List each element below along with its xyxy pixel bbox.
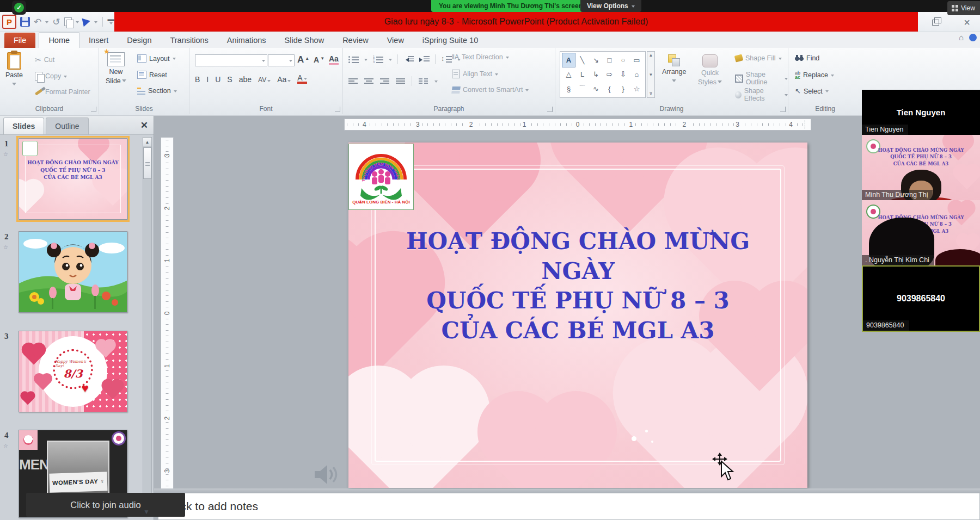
slide-canvas[interactable]: HOẠT ĐỘNG CHÀO MỪNG NGÀY QUỐC TẾ PHỤ NỮ … — [348, 143, 807, 488]
shape-elbow-arrow-icon[interactable]: ↳ — [589, 67, 603, 81]
character-spacing-button[interactable]: AV — [258, 76, 271, 84]
align-left-button[interactable] — [348, 78, 358, 85]
find-button[interactable]: Find — [795, 54, 819, 62]
shape-down-arrow-icon[interactable]: ⇩ — [616, 67, 630, 81]
shape-left-brace-icon[interactable]: { — [603, 81, 616, 96]
dialog-launcher-icon[interactable] — [335, 107, 340, 112]
school-logo[interactable]: TRƯỜNG MẦM NON THẠCH CẦU QUẬN LONG BIÊN … — [348, 144, 414, 210]
font-size-select[interactable] — [268, 54, 295, 66]
copy-button[interactable]: Copy — [35, 72, 67, 81]
italic-button[interactable]: I — [206, 75, 209, 84]
save-icon[interactable] — [20, 17, 30, 27]
tab-outline-pane[interactable]: Outline — [46, 117, 88, 134]
participant-tile-9039865840[interactable]: 9039865840 9039865840 — [862, 265, 980, 332]
audio-speaker-icon[interactable] — [313, 462, 340, 490]
layout-button[interactable]: Layout — [137, 54, 176, 63]
tab-transitions[interactable]: Transitions — [161, 33, 217, 48]
cut-button[interactable]: Cut — [35, 55, 54, 64]
tab-ispring-suite[interactable]: iSpring Suite 10 — [413, 33, 487, 48]
tab-insert[interactable]: Insert — [79, 33, 118, 48]
dialog-launcher-icon[interactable] — [547, 107, 553, 112]
shape-arc-icon[interactable]: ⌒ — [575, 81, 589, 96]
grow-font-button[interactable]: A▲ — [297, 54, 309, 65]
participant-tile-kim-chi[interactable]: HOẠT ĐỘNG CHÀO MỪNG NGÀY QUỐC TẾ PHỤ NỮ … — [862, 200, 980, 265]
customize-qat-icon[interactable]: ▬ — [108, 18, 114, 26]
zoom-view-button[interactable]: View — [947, 1, 980, 15]
shape-effects-button[interactable]: Shape Effects — [735, 87, 788, 102]
increase-indent-button[interactable] — [419, 55, 430, 63]
select-button[interactable]: ↖Select — [795, 87, 829, 95]
powerpoint-icon[interactable]: P — [2, 15, 16, 29]
tab-slide-show[interactable]: Slide Show — [275, 33, 334, 48]
shape-textbox-icon[interactable]: A — [562, 53, 575, 67]
shape-right-brace-icon[interactable]: } — [616, 81, 630, 96]
participant-tile-minh-thu[interactable]: HOẠT ĐỘNG CHÀO MỪNG NGÀY QUỐC TẾ PHỤ NỮ … — [862, 135, 980, 200]
text-shadow-button[interactable]: S — [227, 75, 232, 84]
format-painter-button[interactable]: Format Painter — [35, 88, 90, 96]
tab-view[interactable]: View — [378, 33, 413, 48]
close-window-button[interactable]: × — [956, 16, 978, 28]
clear-formatting-button[interactable]: Aa — [329, 54, 339, 65]
slide-thumbnail-2[interactable] — [19, 231, 127, 313]
view-options-button[interactable]: View Options — [580, 0, 641, 12]
shape-outline-button[interactable]: Shape Outline — [735, 71, 788, 86]
shapes-gallery-scrollbar[interactable]: ▲▼⊽ — [647, 51, 655, 98]
shape-star-icon[interactable]: ☆ — [630, 81, 644, 96]
font-name-select[interactable] — [195, 54, 267, 66]
restore-window-button[interactable] — [924, 16, 946, 28]
align-right-button[interactable] — [380, 78, 389, 85]
change-case-button[interactable]: Aa — [277, 75, 291, 84]
align-center-button[interactable] — [364, 78, 373, 85]
shape-right-arrow-icon[interactable]: ⇨ — [603, 67, 616, 81]
print-preview-icon[interactable] — [64, 17, 72, 26]
shape-rounded-rect-icon[interactable]: ▭ — [630, 53, 644, 67]
close-pane-icon[interactable]: ✕ — [140, 120, 148, 131]
paste-button[interactable]: Paste — [5, 52, 23, 88]
zoom-security-shield-icon[interactable] — [12, 1, 26, 15]
justify-button[interactable] — [396, 78, 405, 85]
shape-arrow-icon[interactable]: ↘ — [589, 53, 603, 67]
convert-smartart-button[interactable]: Convert to SmartArt — [452, 86, 529, 94]
notes-pane[interactable]: Click to add notes — [158, 493, 980, 520]
arrange-button[interactable]: Arrange — [662, 54, 686, 84]
chevron-down-icon[interactable] — [76, 21, 79, 25]
replace-button[interactable]: abacReplace — [795, 71, 834, 79]
tab-file[interactable]: File — [4, 33, 35, 48]
line-spacing-button[interactable] — [441, 55, 452, 63]
shape-scribble-icon[interactable]: § — [562, 81, 575, 96]
shapes-gallery[interactable]: A ╲ ↘ □ ○ ▭ △ L ↳ ⇨ ⇩ ⌂ § ⌒ ∿ { } ☆ — [560, 51, 646, 98]
undo-icon[interactable]: ↶ — [34, 17, 41, 27]
shape-callout-icon[interactable]: ⌂ — [630, 67, 644, 81]
help-icon[interactable] — [969, 34, 977, 41]
tab-design[interactable]: Design — [118, 33, 161, 48]
decrease-indent-button[interactable] — [403, 55, 414, 63]
redo-icon[interactable]: ↺ — [52, 17, 60, 27]
slide-title[interactable]: HOẠT ĐỘNG CHÀO MỪNG NGÀY QUỐC TẾ PHỤ NỮ … — [370, 227, 786, 345]
tab-home[interactable]: Home — [39, 32, 79, 48]
shrink-font-button[interactable]: A▼ — [314, 55, 324, 64]
numbering-button[interactable] — [373, 55, 383, 63]
dialog-launcher-icon[interactable] — [780, 107, 786, 112]
reset-button[interactable]: Reset — [137, 71, 167, 79]
bullets-button[interactable] — [348, 55, 359, 63]
tab-review[interactable]: Review — [333, 33, 378, 48]
shape-oval-icon[interactable]: ○ — [616, 53, 630, 67]
shape-triangle-icon[interactable]: △ — [562, 67, 575, 81]
tab-animations[interactable]: Animations — [218, 33, 275, 48]
align-text-button[interactable]: Align Text — [452, 70, 498, 78]
notes-splitter[interactable] — [154, 488, 980, 493]
scroll-up-button[interactable]: ▲ — [143, 138, 151, 146]
underline-button[interactable]: U — [215, 75, 220, 84]
scroll-down-button[interactable]: ▼ — [139, 506, 154, 518]
text-direction-button[interactable]: ‖AText Direction — [452, 53, 509, 61]
ispring-icon[interactable] — [82, 17, 91, 27]
tab-slides-pane[interactable]: Slides — [3, 117, 44, 134]
slide-thumbnail-1[interactable]: HOẠT ĐỘNG CHÀO MỪNG NGÀY QUỐC TẾ PHỤ NỮ … — [19, 138, 127, 220]
home-icon[interactable]: ⌂ — [959, 33, 964, 42]
shape-rectangle-icon[interactable]: □ — [603, 53, 616, 67]
join-audio-tooltip[interactable]: Click to join audio — [26, 493, 185, 517]
shape-curve-icon[interactable]: ∿ — [589, 81, 603, 96]
font-color-button[interactable]: A — [297, 74, 307, 84]
scrollbar-thumb[interactable] — [143, 147, 151, 179]
shape-fill-button[interactable]: Shape Fill — [735, 54, 782, 62]
